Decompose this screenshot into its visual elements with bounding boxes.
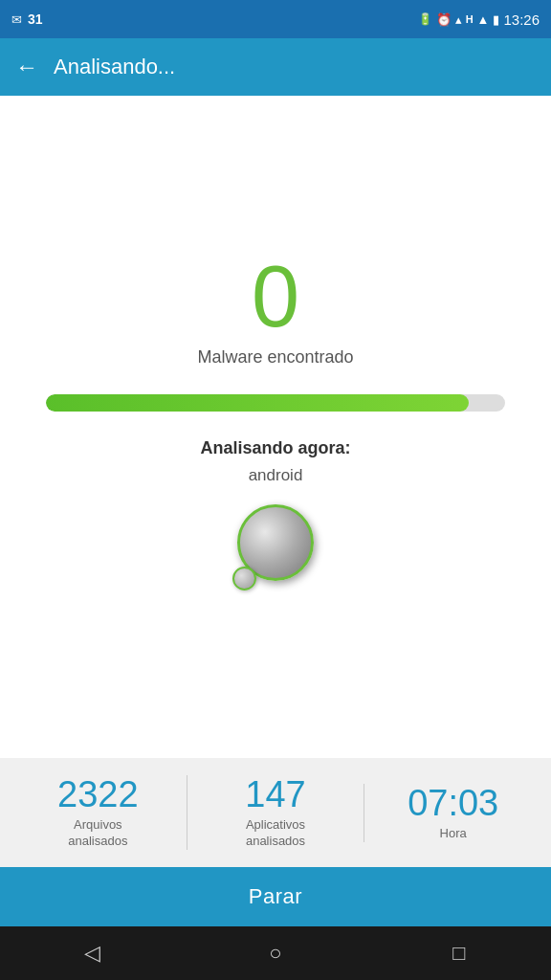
wifi-icon: ▴ <box>455 12 462 27</box>
app-bar: ← Analisando... <box>0 38 551 96</box>
scan-icon <box>232 504 319 590</box>
stat-apps: 147 Aplicativos analisados <box>187 775 364 850</box>
alarm-icon: ⏰ <box>436 12 452 27</box>
malware-label: Malware encontrado <box>197 347 353 368</box>
analyzing-label: Analisando agora: <box>200 438 350 458</box>
scan-icon-bubble <box>232 567 256 590</box>
back-button[interactable]: ← <box>15 54 38 80</box>
status-bar-left: ✉ 31 <box>11 11 43 27</box>
vibrate-icon: 🔋 <box>418 12 432 26</box>
apps-label: Aplicativos analisados <box>246 817 305 850</box>
signal-icon: ▲ <box>477 12 490 27</box>
files-label: Arquivos analisados <box>68 817 127 850</box>
clock-display: 13:26 <box>503 11 540 28</box>
app-bar-title: Analisando... <box>54 55 175 79</box>
stats-row: 2322 Arquivos analisados 147 Aplicativos… <box>0 758 551 867</box>
status-bar-right: 🔋 ⏰ ▴ H ▲ ▮ 13:26 <box>418 11 540 28</box>
signal-h-icon: H <box>466 13 474 25</box>
malware-count: 0 <box>252 254 299 340</box>
analyzing-target: android <box>249 466 303 485</box>
files-count: 2322 <box>57 775 139 815</box>
battery-icon: ▮ <box>493 12 499 27</box>
apps-count: 147 <box>245 775 305 815</box>
main-content: 0 Malware encontrado Analisando agora: a… <box>0 96 551 758</box>
time-count: 07:03 <box>408 784 498 824</box>
status-bar: ✉ 31 🔋 ⏰ ▴ H ▲ ▮ 13:26 <box>0 0 551 38</box>
nav-home-button[interactable]: ○ <box>247 934 304 972</box>
calendar-icon: 31 <box>28 11 43 27</box>
stop-button[interactable]: Parar <box>0 867 551 926</box>
stat-files: 2322 Arquivos analisados <box>10 775 187 850</box>
mail-icon: ✉ <box>11 12 22 27</box>
stat-time: 07:03 Hora <box>364 784 541 842</box>
progress-bar-container <box>46 394 505 412</box>
progress-bar-fill <box>46 394 469 412</box>
time-label: Hora <box>440 826 467 842</box>
bottom-nav: ◁ ○ □ <box>0 926 551 980</box>
nav-recent-button[interactable]: □ <box>430 934 488 972</box>
nav-back-button[interactable]: ◁ <box>63 934 121 972</box>
